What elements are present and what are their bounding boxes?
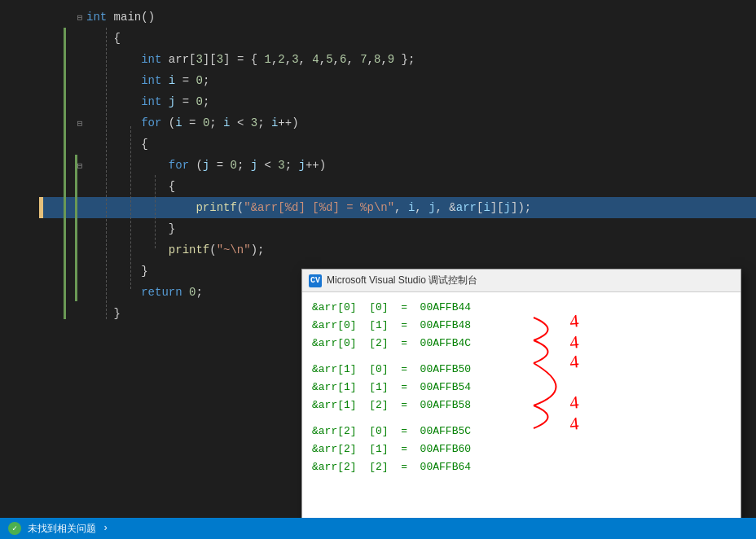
console-icon: CV bbox=[309, 274, 322, 287]
console-line-1: &arr[0] [1] = 00AFFB48 bbox=[312, 317, 731, 335]
status-arrow: › bbox=[103, 523, 108, 534]
status-bar: ✓ 未找到相关问题 › bbox=[0, 518, 756, 539]
line-code-12: printf("~\n"); bbox=[86, 243, 264, 256]
console-line-7: &arr[2] [1] = 00AFFB60 bbox=[312, 440, 731, 458]
status-icon: ✓ bbox=[8, 522, 21, 535]
code-line-8: ⊟ for (j = 0; j < 3; j++) bbox=[41, 155, 756, 176]
console-line-4: &arr[1] [1] = 00AFFB54 bbox=[312, 379, 731, 397]
console-window[interactable]: CV Microsoft Visual Studio 调试控制台 &arr[0]… bbox=[301, 269, 741, 521]
console-line-6: &arr[2] [0] = 00AFFB5C bbox=[312, 423, 731, 440]
line-code-13: } bbox=[86, 265, 148, 278]
code-line-3: int arr[3][3] = { 1,2,3, 4,5,6, 7,8,9 }; bbox=[41, 49, 756, 70]
fold-btn-6[interactable]: ⊟ bbox=[73, 118, 86, 129]
code-line-1: ⊟ int main() bbox=[41, 7, 756, 28]
code-line-7: { bbox=[41, 134, 756, 155]
line-code-3: int arr[3][3] = { 1,2,3, 4,5,6, 7,8,9 }; bbox=[86, 53, 415, 66]
console-icon-label: CV bbox=[310, 276, 320, 285]
code-line-2: { bbox=[41, 28, 756, 49]
console-title: Microsoft Visual Studio 调试控制台 bbox=[327, 274, 477, 287]
console-line-8: &arr[2] [2] = 00AFFB64 bbox=[312, 458, 731, 476]
code-line-12: printf("~\n"); bbox=[41, 239, 756, 261]
code-line-5: int j = 0; bbox=[41, 91, 756, 112]
line-code-6: for (i = 0; i < 3; i++) bbox=[86, 116, 299, 129]
bookmark bbox=[39, 197, 43, 218]
indent-guide-2 bbox=[130, 126, 131, 289]
line-code-7: { bbox=[86, 138, 148, 151]
status-checkmark: ✓ bbox=[12, 524, 17, 533]
indent-guide-3 bbox=[155, 175, 156, 248]
console-body: &arr[0] [0] = 00AFFB44 &arr[0] [1] = 00A… bbox=[302, 292, 741, 483]
console-empty-2 bbox=[312, 414, 731, 423]
indent-guide-1 bbox=[106, 28, 107, 319]
line-code-4: int i = 0; bbox=[86, 74, 209, 87]
green-bar-outer bbox=[64, 28, 66, 319]
code-line-6: ⊟ for (i = 0; i < 3; i++) bbox=[41, 112, 756, 134]
console-line-3: &arr[1] [0] = 00AFFB50 bbox=[312, 361, 731, 379]
code-line-9: { bbox=[41, 176, 756, 197]
line-code-14: return 0; bbox=[86, 286, 203, 299]
fold-btn-1[interactable]: ⊟ bbox=[73, 12, 86, 23]
line-code-2: { bbox=[86, 32, 121, 45]
console-line-5: &arr[1] [2] = 00AFFB58 bbox=[312, 397, 731, 414]
console-line-2: &arr[0] [2] = 00AFFB4C bbox=[312, 335, 731, 353]
green-bar-inner bbox=[75, 155, 77, 301]
code-line-4: int i = 0; bbox=[41, 70, 756, 91]
line-code-5: int j = 0; bbox=[86, 95, 209, 108]
status-text: 未找到相关问题 bbox=[28, 522, 96, 536]
line-code-8: for (j = 0; j < 3; j++) bbox=[86, 159, 326, 172]
editor-area: ⊟ int main() { int arr[3][3] = { 1,2,3, … bbox=[0, 0, 756, 539]
console-titlebar: CV Microsoft Visual Studio 调试控制台 bbox=[302, 270, 741, 292]
console-empty-1 bbox=[312, 353, 731, 361]
line-code-15: } bbox=[86, 307, 121, 320]
code-line-10: printf("&arr[%d] [%d] = %p\n", i, j, &ar… bbox=[41, 197, 756, 218]
console-line-0: &arr[0] [0] = 00AFFB44 bbox=[312, 299, 731, 317]
line-code-1: int main() bbox=[86, 11, 155, 24]
code-line-11: } bbox=[41, 218, 756, 239]
line-code-10: printf("&arr[%d] [%d] = %p\n", i, j, &ar… bbox=[86, 201, 531, 214]
